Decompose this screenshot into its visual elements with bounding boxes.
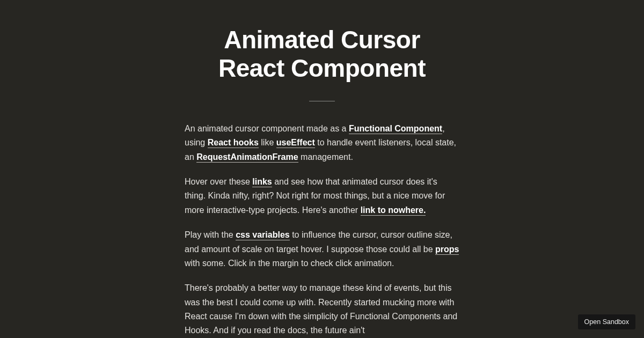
page-title: Animated Cursor React Component	[218, 26, 426, 83]
paragraph-4: There's probably a better way to manage …	[185, 281, 459, 338]
link-functional-component[interactable]: Functional Component	[349, 124, 442, 134]
article-body: An animated cursor component made as a F…	[185, 122, 459, 338]
link-useeffect[interactable]: useEffect	[276, 138, 315, 148]
link-props[interactable]: props	[435, 245, 459, 255]
link-to-nowhere[interactable]: link to nowhere.	[361, 205, 426, 216]
open-sandbox-button[interactable]: Open Sandbox	[578, 314, 635, 329]
paragraph-1: An animated cursor component made as a F…	[185, 122, 459, 164]
paragraph-3: Play with the css variables to influence…	[185, 228, 459, 270]
link-requestanimationframe[interactable]: RequestAnimationFrame	[196, 152, 298, 163]
link-css-variables[interactable]: css variables	[236, 230, 290, 240]
link-links[interactable]: links	[252, 177, 272, 187]
title-line-1: Animated Cursor	[224, 26, 420, 54]
link-react-hooks[interactable]: React hooks	[208, 138, 259, 148]
paragraph-2: Hover over these links and see how that …	[185, 175, 459, 217]
title-line-2: React Component	[218, 54, 426, 82]
title-divider	[309, 101, 335, 101]
